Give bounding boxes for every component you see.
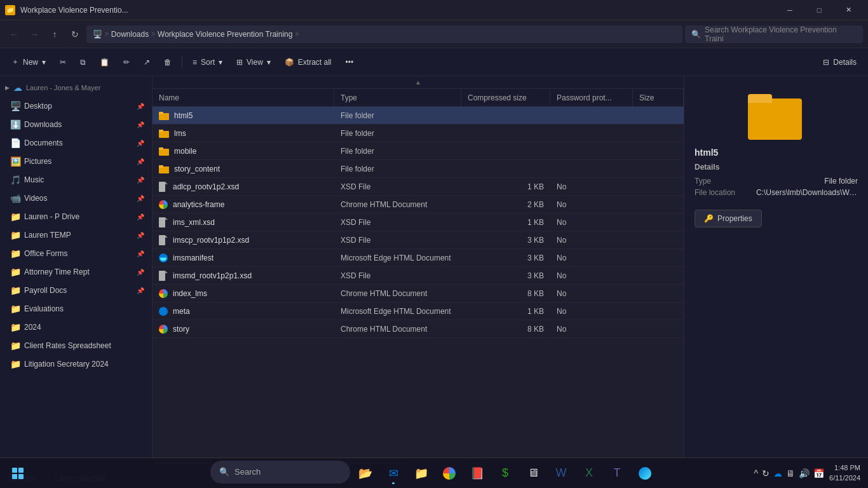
paste-button[interactable]: 📋 xyxy=(93,52,116,72)
taskbar-edge-button[interactable] xyxy=(632,461,658,486)
sidebar-item-lauren-p-drive[interactable]: 📁 Lauren - P Drive 📌 xyxy=(3,208,149,226)
system-clock[interactable]: 1:48 PM 6/11/2024 xyxy=(829,463,860,483)
clock-time: 1:48 PM xyxy=(829,463,860,473)
table-row[interactable]: story_content File folder xyxy=(153,160,684,178)
sort-button[interactable]: ≡ Sort ▾ xyxy=(186,52,229,72)
properties-label: Properties xyxy=(717,214,752,223)
cut-button[interactable]: ✂ xyxy=(53,52,72,72)
file-name: meta xyxy=(173,307,190,316)
properties-button[interactable]: 🔑 Properties xyxy=(695,210,762,227)
address-path[interactable]: 🖥️ > Downloads > Workplace Violence Prev… xyxy=(86,25,682,43)
table-row[interactable]: meta Microsoft Edge HTML Document 1 KB N… xyxy=(153,302,684,320)
taskbar-teams-button[interactable]: T xyxy=(604,461,630,486)
more-button[interactable]: ••• xyxy=(339,52,360,72)
taskbar-media-button[interactable]: 🖥 xyxy=(520,461,546,486)
table-row[interactable]: index_lms Chrome HTML Document 8 KB No xyxy=(153,285,684,302)
file-name: story_content xyxy=(174,165,220,173)
forward-button[interactable]: → xyxy=(25,25,43,43)
table-row[interactable]: lms File folder xyxy=(153,125,684,142)
maximize-button[interactable]: □ xyxy=(804,0,834,20)
svg-marker-9 xyxy=(165,182,168,184)
sidebar-item-lauren-temp[interactable]: 📁 Lauren TEMP 📌 xyxy=(3,226,149,244)
windows-logo xyxy=(12,468,24,479)
sidebar-item-client-rates[interactable]: 📁 Client Rates Spreadsheet xyxy=(3,337,149,355)
taskbar-explorer-button[interactable]: 📁 xyxy=(409,461,434,486)
sidebar-label-litigation-secretary: Litigation Secretary 2024 xyxy=(24,360,109,369)
col-header-type[interactable]: Type xyxy=(334,89,461,107)
address-search-box[interactable]: 🔍 Search Workplace Violence Prevention T… xyxy=(685,25,863,43)
path-current-folder[interactable]: Workplace Violence Prevention Training xyxy=(158,30,292,39)
sidebar-item-documents[interactable]: 📄 Documents 📌 xyxy=(3,134,149,152)
refresh-button[interactable]: ↻ xyxy=(66,25,84,43)
tray-monitor-icon[interactable]: 🖥 xyxy=(786,468,795,478)
taskbar-search[interactable]: 🔍 Search xyxy=(210,461,350,484)
file-compressed: 1 KB xyxy=(461,182,550,191)
table-row[interactable]: story Chrome HTML Document 8 KB No xyxy=(153,320,684,338)
office-forms-icon: 📁 xyxy=(10,248,20,259)
tray-chevron-icon[interactable]: ^ xyxy=(754,468,758,478)
taskbar-reader-button[interactable]: 📕 xyxy=(465,461,490,486)
taskbar-files-button[interactable]: 📂 xyxy=(353,461,378,486)
sidebar-label-downloads: Downloads xyxy=(24,120,62,129)
taskbar-outlook-button[interactable]: ✉ xyxy=(381,461,406,486)
sort-label: Sort xyxy=(201,58,215,67)
sidebar-item-music[interactable]: 🎵 Music 📌 xyxy=(3,171,149,189)
sidebar-item-attorney-time-rept[interactable]: 📁 Attorney Time Rept 📌 xyxy=(3,263,149,281)
sidebar-item-pictures[interactable]: 🖼️ Pictures 📌 xyxy=(3,152,149,170)
close-button[interactable]: ✕ xyxy=(834,0,863,20)
col-header-password[interactable]: Password prot... xyxy=(550,89,633,107)
table-row[interactable]: imsmd_rootv1p2p1.xsd XSD File 3 KB No xyxy=(153,267,684,285)
path-downloads[interactable]: Downloads xyxy=(111,30,149,39)
sidebar-item-payroll-docs[interactable]: 📁 Payroll Docs 📌 xyxy=(3,281,149,299)
start-button[interactable] xyxy=(5,461,31,486)
tray-calendar-icon[interactable]: 📅 xyxy=(813,468,824,478)
table-row[interactable]: ims_xml.xsd XSD File 1 KB No xyxy=(153,214,684,231)
sidebar-item-downloads[interactable]: ⬇️ Downloads 📌 xyxy=(3,116,149,133)
sidebar-item-office-forms[interactable]: 📁 Office Forms 📌 xyxy=(3,245,149,262)
details-button[interactable]: ⊟ Details xyxy=(817,52,863,72)
file-list: html5 File folder lms File folder xyxy=(153,107,684,460)
table-row[interactable]: html5 File folder xyxy=(153,107,684,125)
table-row[interactable]: analytics-frame Chrome HTML Document 2 K… xyxy=(153,196,684,214)
up-button[interactable]: ↑ xyxy=(46,25,64,43)
edge-taskbar-icon xyxy=(639,467,651,480)
taskbar-word-button[interactable]: W xyxy=(548,461,574,486)
sidebar-item-desktop[interactable]: 🖥️ Desktop 📌 xyxy=(3,97,149,115)
col-header-size[interactable]: Size xyxy=(633,89,684,107)
title-bar-left: 📁 Workplace Violence Preventio... xyxy=(5,5,128,15)
sidebar-item-evaluations[interactable]: 📁 Evaluations xyxy=(3,300,149,318)
back-button[interactable]: ← xyxy=(5,25,23,43)
sidebar-item-videos[interactable]: 📹 Videos 📌 xyxy=(3,189,149,207)
tray-onedrive-icon[interactable]: ☁ xyxy=(773,468,782,478)
taskbar-quickbooks-button[interactable]: $ xyxy=(492,461,518,486)
sidebar: ▶ ☁ Lauren - Jones & Mayer 🖥️ Desktop 📌 … xyxy=(0,76,153,468)
share-button[interactable]: ↗ xyxy=(137,52,156,72)
cloud-label: Lauren - Jones & Mayer xyxy=(26,84,100,92)
sidebar-item-litigation-secretary[interactable]: 📁 Litigation Secretary 2024 xyxy=(3,355,149,373)
pin-icon-lt: 📌 xyxy=(137,232,144,239)
sort-icon: ≡ xyxy=(193,58,197,67)
new-button[interactable]: ＋ New ▾ xyxy=(5,52,52,72)
sidebar-cloud-header[interactable]: ▶ ☁ Lauren - Jones & Mayer xyxy=(0,79,152,97)
taskbar-excel-button[interactable]: X xyxy=(576,461,602,486)
minimize-button[interactable]: ─ xyxy=(775,0,804,20)
col-header-name[interactable]: Name xyxy=(153,89,334,107)
extract-all-button[interactable]: 📦 Extract all xyxy=(278,52,338,72)
col-header-compressed[interactable]: Compressed size xyxy=(461,89,550,107)
folder-icon xyxy=(159,165,169,173)
tray-speaker-icon[interactable]: 🔊 xyxy=(799,468,810,478)
tray-sync-icon[interactable]: ↻ xyxy=(762,468,770,478)
rename-button[interactable]: ✏ xyxy=(117,52,136,72)
svg-marker-15 xyxy=(165,271,168,273)
view-button[interactable]: ⊞ View ▾ xyxy=(230,52,277,72)
delete-button[interactable]: 🗑 xyxy=(158,52,178,72)
copy-button[interactable]: ⧉ xyxy=(74,52,92,72)
taskbar: 🔍 Search 📂 ✉ 📁 📕 $ 🖥 W X xyxy=(0,458,868,488)
sidebar-item-2024[interactable]: 📁 2024 xyxy=(3,318,149,336)
sidebar-label-office-forms: Office Forms xyxy=(24,249,67,258)
table-row[interactable]: imsmanifest Microsoft Edge HTML Document… xyxy=(153,249,684,267)
table-row[interactable]: adlcp_rootv1p2.xsd XSD File 1 KB No xyxy=(153,178,684,196)
taskbar-chrome-button[interactable] xyxy=(437,461,462,486)
table-row[interactable]: mobile File folder xyxy=(153,142,684,160)
table-row[interactable]: imscp_rootv1p1p2.xsd XSD File 3 KB No xyxy=(153,231,684,249)
